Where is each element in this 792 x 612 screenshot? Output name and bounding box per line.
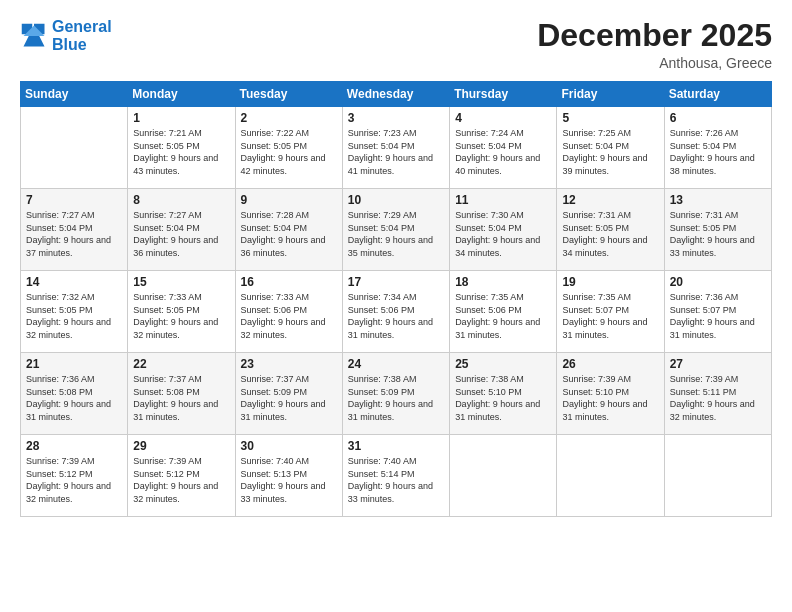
day-info: Sunrise: 7:40 AMSunset: 5:13 PMDaylight:… [241,456,326,504]
day-info: Sunrise: 7:22 AMSunset: 5:05 PMDaylight:… [241,128,326,176]
weekday-header-row: SundayMondayTuesdayWednesdayThursdayFrid… [21,82,772,107]
calendar-cell [21,107,128,189]
calendar-cell: 18 Sunrise: 7:35 AMSunset: 5:06 PMDaylig… [450,271,557,353]
day-number: 26 [562,357,658,371]
week-row-1: 1 Sunrise: 7:21 AMSunset: 5:05 PMDayligh… [21,107,772,189]
day-info: Sunrise: 7:21 AMSunset: 5:05 PMDaylight:… [133,128,218,176]
day-info: Sunrise: 7:39 AMSunset: 5:10 PMDaylight:… [562,374,647,422]
calendar-cell: 1 Sunrise: 7:21 AMSunset: 5:05 PMDayligh… [128,107,235,189]
calendar-cell: 29 Sunrise: 7:39 AMSunset: 5:12 PMDaylig… [128,435,235,517]
calendar-cell [557,435,664,517]
logo-text: General Blue [52,18,112,53]
day-info: Sunrise: 7:26 AMSunset: 5:04 PMDaylight:… [670,128,755,176]
day-number: 1 [133,111,229,125]
calendar-cell: 9 Sunrise: 7:28 AMSunset: 5:04 PMDayligh… [235,189,342,271]
day-info: Sunrise: 7:25 AMSunset: 5:04 PMDaylight:… [562,128,647,176]
weekday-sunday: Sunday [21,82,128,107]
day-number: 20 [670,275,766,289]
calendar-cell: 16 Sunrise: 7:33 AMSunset: 5:06 PMDaylig… [235,271,342,353]
calendar-cell: 11 Sunrise: 7:30 AMSunset: 5:04 PMDaylig… [450,189,557,271]
calendar-cell [450,435,557,517]
day-info: Sunrise: 7:31 AMSunset: 5:05 PMDaylight:… [562,210,647,258]
calendar-cell: 6 Sunrise: 7:26 AMSunset: 5:04 PMDayligh… [664,107,771,189]
calendar-cell: 13 Sunrise: 7:31 AMSunset: 5:05 PMDaylig… [664,189,771,271]
svg-marker-2 [24,36,45,47]
calendar-cell: 26 Sunrise: 7:39 AMSunset: 5:10 PMDaylig… [557,353,664,435]
day-info: Sunrise: 7:27 AMSunset: 5:04 PMDaylight:… [26,210,111,258]
day-number: 24 [348,357,444,371]
day-info: Sunrise: 7:37 AMSunset: 5:09 PMDaylight:… [241,374,326,422]
calendar-cell: 31 Sunrise: 7:40 AMSunset: 5:14 PMDaylig… [342,435,449,517]
week-row-4: 21 Sunrise: 7:36 AMSunset: 5:08 PMDaylig… [21,353,772,435]
weekday-tuesday: Tuesday [235,82,342,107]
calendar-cell: 17 Sunrise: 7:34 AMSunset: 5:06 PMDaylig… [342,271,449,353]
day-number: 22 [133,357,229,371]
calendar-cell: 10 Sunrise: 7:29 AMSunset: 5:04 PMDaylig… [342,189,449,271]
day-number: 28 [26,439,122,453]
calendar-cell: 30 Sunrise: 7:40 AMSunset: 5:13 PMDaylig… [235,435,342,517]
day-info: Sunrise: 7:24 AMSunset: 5:04 PMDaylight:… [455,128,540,176]
day-number: 30 [241,439,337,453]
calendar-cell [664,435,771,517]
calendar-cell: 3 Sunrise: 7:23 AMSunset: 5:04 PMDayligh… [342,107,449,189]
week-row-2: 7 Sunrise: 7:27 AMSunset: 5:04 PMDayligh… [21,189,772,271]
calendar-cell: 27 Sunrise: 7:39 AMSunset: 5:11 PMDaylig… [664,353,771,435]
day-number: 17 [348,275,444,289]
day-info: Sunrise: 7:33 AMSunset: 5:05 PMDaylight:… [133,292,218,340]
day-number: 19 [562,275,658,289]
page: General Blue December 2025 Anthousa, Gre… [0,0,792,612]
day-info: Sunrise: 7:35 AMSunset: 5:06 PMDaylight:… [455,292,540,340]
calendar-cell: 4 Sunrise: 7:24 AMSunset: 5:04 PMDayligh… [450,107,557,189]
title-block: December 2025 Anthousa, Greece [537,18,772,71]
logo-icon [20,22,48,50]
week-row-5: 28 Sunrise: 7:39 AMSunset: 5:12 PMDaylig… [21,435,772,517]
day-number: 23 [241,357,337,371]
calendar-cell: 5 Sunrise: 7:25 AMSunset: 5:04 PMDayligh… [557,107,664,189]
weekday-saturday: Saturday [664,82,771,107]
day-info: Sunrise: 7:31 AMSunset: 5:05 PMDaylight:… [670,210,755,258]
calendar-cell: 24 Sunrise: 7:38 AMSunset: 5:09 PMDaylig… [342,353,449,435]
weekday-wednesday: Wednesday [342,82,449,107]
day-number: 8 [133,193,229,207]
weekday-monday: Monday [128,82,235,107]
day-number: 16 [241,275,337,289]
day-number: 29 [133,439,229,453]
day-number: 13 [670,193,766,207]
day-number: 18 [455,275,551,289]
day-info: Sunrise: 7:40 AMSunset: 5:14 PMDaylight:… [348,456,433,504]
calendar-cell: 15 Sunrise: 7:33 AMSunset: 5:05 PMDaylig… [128,271,235,353]
day-info: Sunrise: 7:32 AMSunset: 5:05 PMDaylight:… [26,292,111,340]
day-number: 11 [455,193,551,207]
day-number: 25 [455,357,551,371]
weekday-friday: Friday [557,82,664,107]
calendar-cell: 8 Sunrise: 7:27 AMSunset: 5:04 PMDayligh… [128,189,235,271]
calendar-cell: 12 Sunrise: 7:31 AMSunset: 5:05 PMDaylig… [557,189,664,271]
calendar-cell: 25 Sunrise: 7:38 AMSunset: 5:10 PMDaylig… [450,353,557,435]
day-number: 5 [562,111,658,125]
day-number: 7 [26,193,122,207]
calendar-table: SundayMondayTuesdayWednesdayThursdayFrid… [20,81,772,517]
logo: General Blue [20,18,112,53]
day-number: 10 [348,193,444,207]
day-info: Sunrise: 7:33 AMSunset: 5:06 PMDaylight:… [241,292,326,340]
header: General Blue December 2025 Anthousa, Gre… [20,18,772,71]
day-info: Sunrise: 7:27 AMSunset: 5:04 PMDaylight:… [133,210,218,258]
week-row-3: 14 Sunrise: 7:32 AMSunset: 5:05 PMDaylig… [21,271,772,353]
day-info: Sunrise: 7:38 AMSunset: 5:10 PMDaylight:… [455,374,540,422]
calendar-cell: 7 Sunrise: 7:27 AMSunset: 5:04 PMDayligh… [21,189,128,271]
day-number: 27 [670,357,766,371]
day-info: Sunrise: 7:30 AMSunset: 5:04 PMDaylight:… [455,210,540,258]
calendar-cell: 2 Sunrise: 7:22 AMSunset: 5:05 PMDayligh… [235,107,342,189]
day-number: 6 [670,111,766,125]
day-info: Sunrise: 7:36 AMSunset: 5:08 PMDaylight:… [26,374,111,422]
calendar-cell: 22 Sunrise: 7:37 AMSunset: 5:08 PMDaylig… [128,353,235,435]
day-info: Sunrise: 7:39 AMSunset: 5:12 PMDaylight:… [133,456,218,504]
calendar-cell: 20 Sunrise: 7:36 AMSunset: 5:07 PMDaylig… [664,271,771,353]
location: Anthousa, Greece [537,55,772,71]
day-info: Sunrise: 7:35 AMSunset: 5:07 PMDaylight:… [562,292,647,340]
day-info: Sunrise: 7:37 AMSunset: 5:08 PMDaylight:… [133,374,218,422]
day-info: Sunrise: 7:23 AMSunset: 5:04 PMDaylight:… [348,128,433,176]
day-number: 15 [133,275,229,289]
day-number: 3 [348,111,444,125]
day-info: Sunrise: 7:34 AMSunset: 5:06 PMDaylight:… [348,292,433,340]
